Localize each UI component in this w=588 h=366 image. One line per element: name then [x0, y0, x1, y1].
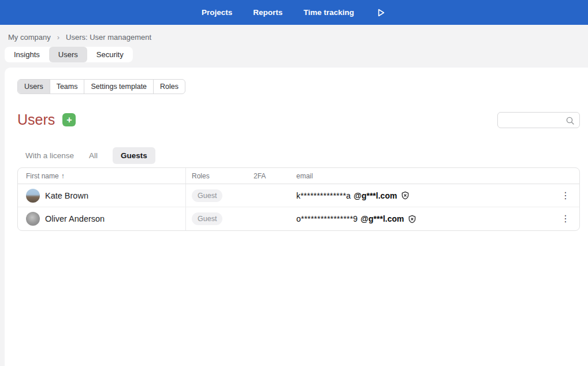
- tab-users[interactable]: Users: [49, 47, 87, 62]
- email-masked-domain: @g***l.com: [360, 214, 404, 223]
- nav-time-tracking[interactable]: Time tracking: [303, 8, 354, 17]
- heading-row: Users +: [17, 111, 580, 128]
- filter-guests[interactable]: Guests: [113, 147, 155, 164]
- row-menu-icon[interactable]: ⋮: [557, 212, 574, 226]
- user-name-cell: Kate Brown: [18, 189, 185, 203]
- play-icon[interactable]: [375, 7, 386, 18]
- email-cell: k**************a@g***l.com: [291, 191, 552, 200]
- subtab-roles[interactable]: Roles: [154, 80, 185, 94]
- role-badge: Guest: [192, 189, 222, 202]
- upper-band: My company › Users: User management Insi…: [0, 25, 588, 68]
- table-header-row: First name ↑ Roles 2FA email: [18, 168, 579, 184]
- row-menu-icon[interactable]: ⋮: [557, 189, 574, 203]
- email-masked-domain: @g***l.com: [353, 191, 397, 200]
- nav-projects[interactable]: Projects: [202, 8, 232, 17]
- column-header-roles[interactable]: Roles: [185, 168, 254, 184]
- user-name: Oliver Anderson: [45, 214, 105, 223]
- tab-security[interactable]: Security: [87, 47, 133, 62]
- email-unverified-shield-icon: [401, 191, 410, 200]
- subtab-users[interactable]: Users: [18, 80, 50, 94]
- search-box: [497, 112, 580, 128]
- filter-with-a-license[interactable]: With a license: [25, 147, 74, 164]
- breadcrumb: My company › Users: User management: [0, 25, 588, 42]
- subtab-teams[interactable]: Teams: [50, 80, 85, 94]
- table-row[interactable]: Kate Brown Guest k**************a@g***l.…: [18, 184, 579, 207]
- breadcrumb-company[interactable]: My company: [8, 33, 51, 42]
- filter-all[interactable]: All: [89, 147, 98, 164]
- license-filter-row: With a license All Guests: [25, 147, 580, 164]
- sub-tab-group: Users Teams Settings template Roles: [17, 79, 185, 94]
- email-cell: o****************9@g***l.com: [291, 214, 552, 223]
- roles-cell: Guest: [185, 184, 254, 207]
- users-table: First name ↑ Roles 2FA email Kate Brown …: [17, 167, 580, 231]
- email-unverified-shield-icon: [408, 215, 416, 223]
- page-title: Users: [17, 111, 55, 128]
- column-header-2fa[interactable]: 2FA: [254, 172, 291, 180]
- tab-insights[interactable]: Insights: [5, 47, 49, 62]
- top-navigation-bar: Projects Reports Time tracking: [0, 0, 588, 25]
- nav-reports[interactable]: Reports: [253, 8, 282, 17]
- avatar: [26, 189, 40, 203]
- user-name: Kate Brown: [45, 191, 88, 200]
- search-icon[interactable]: [565, 116, 575, 125]
- role-badge: Guest: [192, 212, 222, 225]
- column-header-first-name[interactable]: First name ↑: [18, 172, 185, 180]
- subtab-settings-template[interactable]: Settings template: [84, 80, 154, 94]
- main-tab-group: Insights Users Security: [5, 47, 133, 62]
- content-panel: Users Teams Settings template Roles User…: [5, 68, 588, 366]
- breadcrumb-current: Users: User management: [66, 33, 151, 42]
- column-header-email[interactable]: email: [291, 172, 552, 180]
- chevron-right-icon: ›: [57, 33, 59, 42]
- avatar: [26, 212, 40, 226]
- sort-ascending-icon[interactable]: ↑: [61, 172, 65, 180]
- user-name-cell: Oliver Anderson: [18, 212, 185, 226]
- email-masked-user: o****************9: [296, 214, 358, 223]
- email-masked-user: k**************a: [296, 191, 351, 200]
- add-user-button[interactable]: +: [62, 113, 76, 126]
- table-row[interactable]: Oliver Anderson Guest o****************9…: [18, 207, 579, 230]
- roles-cell: Guest: [185, 207, 254, 230]
